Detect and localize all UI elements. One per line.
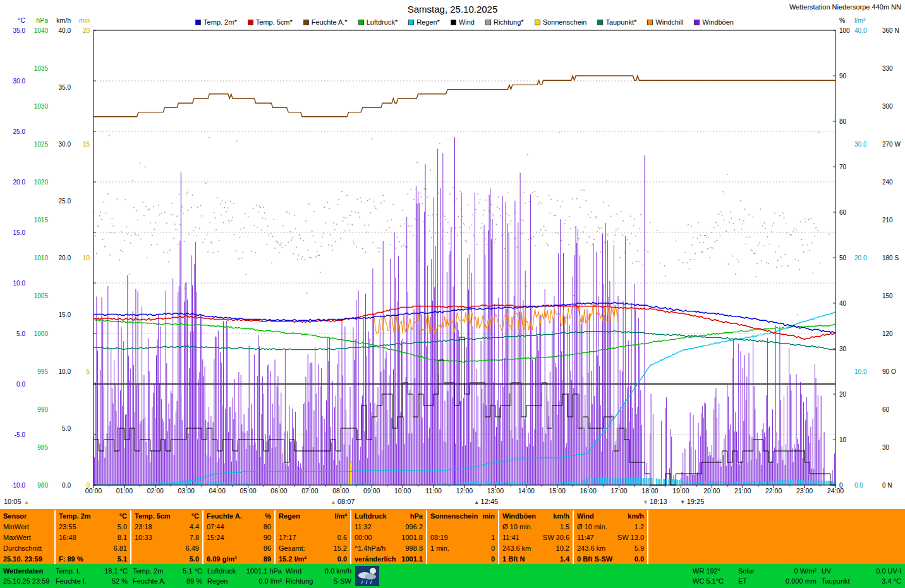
legend-label: Temp. 2m* <box>203 18 237 26</box>
svg-text:1040: 1040 <box>34 27 49 34</box>
table-cell: 11:47SW 13.0 <box>574 532 647 543</box>
svg-text:985: 985 <box>37 444 48 451</box>
table-cell: Windkm/h <box>574 510 647 521</box>
cell-value: l/m² <box>334 512 347 520</box>
cell-value: km/h <box>553 512 569 520</box>
cell-label: Sonnenschein <box>430 512 478 520</box>
moonset-icon: ▼ <box>680 499 686 505</box>
svg-text:02:00: 02:00 <box>147 487 164 495</box>
cell-label: ^1.4hPa/h <box>355 544 386 552</box>
table-cell: 00:001001.8 <box>351 532 426 543</box>
svg-text:0.0: 0.0 <box>16 381 25 388</box>
table-cell <box>276 521 350 532</box>
cell-value: °C <box>191 512 199 520</box>
legend-item-luftdruck: Luftdruck* <box>358 18 398 26</box>
svg-text:20: 20 <box>83 27 90 34</box>
cell-value: 5.0 <box>118 523 127 531</box>
table-column-wind: Windkm/hØ 10 min.1.211:47SW 13.0243.6 km… <box>574 510 648 564</box>
svg-text:18:00: 18:00 <box>641 487 658 495</box>
cell-value: 0.6 <box>337 534 347 541</box>
svg-text:-10.0: -10.0 <box>11 482 25 489</box>
svg-text:10.0: 10.0 <box>59 368 71 375</box>
svg-text:%: % <box>839 16 845 24</box>
svg-text:40.0: 40.0 <box>854 27 867 34</box>
svg-text:07:00: 07:00 <box>301 487 318 495</box>
svg-text:17:00: 17:00 <box>610 487 627 495</box>
row-label-minwert: MinWert <box>3 523 29 531</box>
table-cell: F: 89 %5.1 <box>56 553 130 564</box>
svg-text:06:00: 06:00 <box>270 487 287 495</box>
cell-value: 8.1 <box>118 534 127 541</box>
cell-value: SW 30.6 <box>543 534 569 541</box>
legend-item-sonnenschein: Sonnenschein <box>535 18 587 26</box>
cell-value: % <box>265 512 271 520</box>
sunrise-icon: ▲ <box>331 499 336 505</box>
cell-label: 16:48 <box>59 534 76 541</box>
cell-label: 11:47 <box>577 534 594 541</box>
table-column-luftdruck: LuftdruckhPa11:32996.200:001001.8^1.4hPa… <box>351 510 427 564</box>
cell-value: 4.4 <box>190 523 199 531</box>
cell-value: 1 <box>491 534 495 541</box>
svg-text:25.0: 25.0 <box>13 128 26 135</box>
et-label: ET <box>738 576 747 586</box>
dewpoint-label: Taupunkt <box>822 576 850 586</box>
pressure-value: 1001.1 hPa <box>246 566 282 576</box>
svg-text:min: min <box>79 16 90 24</box>
cell-label: 11:32 <box>355 523 372 531</box>
cell-value: km/h <box>628 512 644 520</box>
uv-value: 0.0 UV-I <box>876 566 901 576</box>
table-column-sonnenschein: Sonnenscheinmin08:1911 min.00 <box>427 510 499 564</box>
moonrise-icon: ▲ <box>474 499 480 505</box>
svg-text:13:00: 13:00 <box>487 487 504 495</box>
station-name: Wetterstation Niedersorpe 440m NN <box>789 3 901 11</box>
astro-time: 08:07 <box>337 498 355 505</box>
astro-event-moonrise: ▲12:45 <box>474 498 498 505</box>
table-cell: 15:2490 <box>203 532 274 543</box>
svg-text:22:00: 22:00 <box>765 487 782 495</box>
svg-text:330: 330 <box>882 65 893 72</box>
svg-text:05:00: 05:00 <box>240 487 256 495</box>
table-cell: veränderlich1001.1 <box>351 553 426 564</box>
svg-text:1005: 1005 <box>34 292 49 299</box>
legend-item-windb-en: Windböen <box>694 18 734 26</box>
table-cell: Gesamt:15.2 <box>276 543 350 553</box>
svg-text:0.0: 0.0 <box>62 482 71 489</box>
svg-text:10.0: 10.0 <box>854 368 867 375</box>
cell-value: 15.2 <box>334 544 347 552</box>
svg-text:01:00: 01:00 <box>116 487 133 495</box>
weather-chart: 00:0001:0002:0003:0004:0005:0006:0007:00… <box>0 0 905 496</box>
svg-text:10.0: 10.0 <box>13 280 26 287</box>
svg-text:90 O: 90 O <box>882 368 896 375</box>
uv-label: UV <box>822 566 831 576</box>
legend-swatch-richtung <box>485 20 491 25</box>
cell-label: 15.2 l/m² <box>279 555 307 563</box>
svg-text:0: 0 <box>86 482 90 489</box>
svg-text:70: 70 <box>839 164 847 171</box>
table-cell: Temp. 5cm°C <box>131 510 202 521</box>
svg-text:300: 300 <box>882 103 893 110</box>
table-cell: 6.09 g/m³89 <box>203 553 274 564</box>
svg-text:0.0: 0.0 <box>854 482 863 489</box>
legend-label: Windchill <box>655 18 683 26</box>
weather-app: 00:0001:0002:0003:0004:0005:0006:0007:00… <box>0 0 905 588</box>
svg-text:15.0: 15.0 <box>59 311 71 318</box>
status-pressure-group: Luftdruck1001.1 hPa Regen0.0 l/m² <box>207 566 282 586</box>
solar-value: 0 W/m² <box>794 566 817 576</box>
svg-text:0: 0 <box>839 482 843 489</box>
svg-text:20:00: 20:00 <box>703 487 720 495</box>
legend-swatch-windb-en <box>694 20 700 25</box>
cell-value: 89 <box>264 555 271 563</box>
svg-text:19:00: 19:00 <box>672 487 689 495</box>
table-cell <box>427 521 498 532</box>
direction-label: Richtung <box>286 576 313 586</box>
svg-text:30.0: 30.0 <box>854 141 867 148</box>
table-cell: 23:184.4 <box>131 521 202 532</box>
svg-text:60: 60 <box>882 406 890 413</box>
cell-value: hPa <box>410 512 423 520</box>
cell-label: 11:41 <box>502 534 519 541</box>
pressure-label: Luftdruck <box>207 566 236 576</box>
svg-text:10: 10 <box>839 436 847 443</box>
svg-text:25.0: 25.0 <box>59 198 71 205</box>
cell-value: 0 <box>491 544 495 552</box>
legend-item-windchill: Windchill <box>647 18 683 26</box>
